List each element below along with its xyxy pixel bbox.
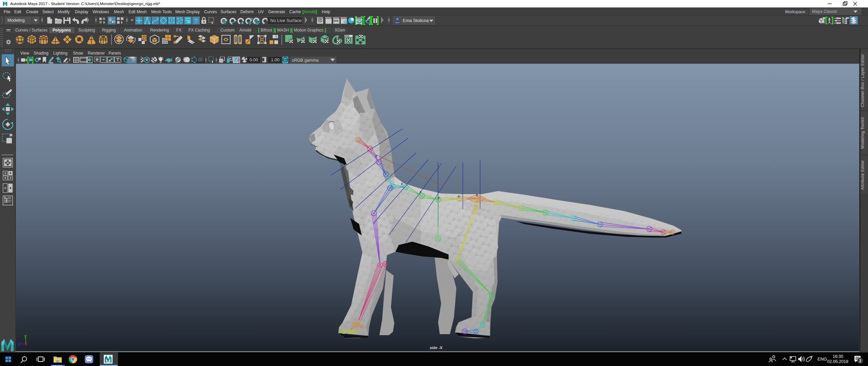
svg-text:c: c xyxy=(476,193,478,197)
svg-text:ENG: ENG xyxy=(817,357,827,362)
svg-text:0.00: 0.00 xyxy=(250,57,258,62)
svg-text:c: c xyxy=(420,190,422,194)
svg-text:?: ? xyxy=(194,17,198,24)
svg-text:y: y xyxy=(24,333,27,338)
svg-text:ON: ON xyxy=(283,58,288,61)
svg-text:No Live Surface: No Live Surface xyxy=(270,18,302,23)
svg-text:1.00: 1.00 xyxy=(271,57,279,62)
svg-text:x: x xyxy=(25,341,27,346)
svg-text:sRGB gamma: sRGB gamma xyxy=(292,58,319,63)
svg-text:c: c xyxy=(375,154,377,158)
svg-text:Modeling: Modeling xyxy=(7,18,25,23)
svg-text:Ema Stolicna: Ema Stolicna xyxy=(403,18,429,23)
svg-text:c: c xyxy=(438,196,440,200)
svg-text:z: z xyxy=(18,342,20,346)
svg-text:16:30: 16:30 xyxy=(833,354,843,359)
svg-text:02.05.2018: 02.05.2018 xyxy=(827,359,848,364)
svg-text:MAYA: MAYA xyxy=(106,361,111,363)
svg-text:c: c xyxy=(401,182,403,186)
svg-text:2: 2 xyxy=(859,358,861,363)
svg-text:c: c xyxy=(458,195,460,198)
svg-text:side -X: side -X xyxy=(430,346,442,350)
svg-text:IPR: IPR xyxy=(334,19,339,23)
